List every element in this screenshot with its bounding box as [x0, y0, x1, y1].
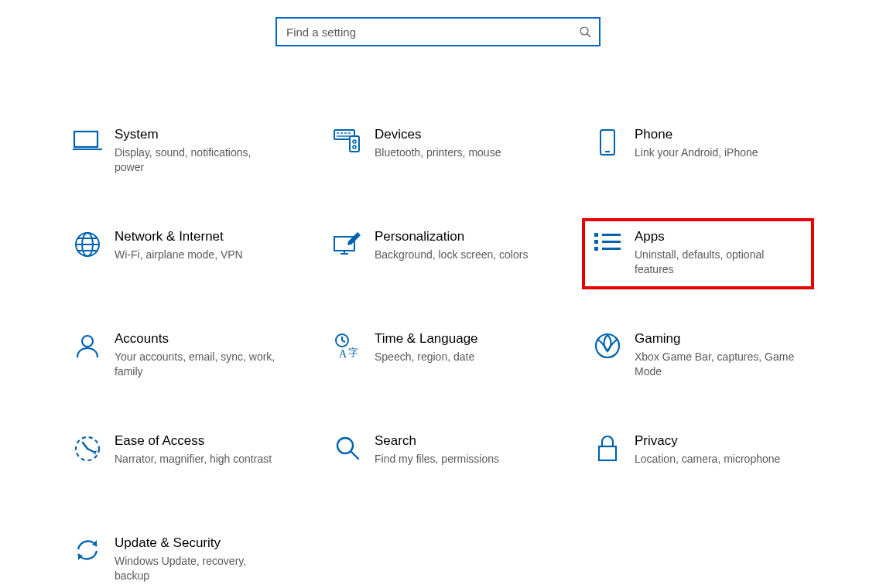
devices-icon: [328, 127, 367, 155]
svg-text:A: A: [339, 348, 347, 359]
tile-accounts[interactable]: Accounts Your accounts, email, sync, wor…: [62, 320, 294, 391]
tile-desc: Link your Android, iPhone: [635, 145, 803, 160]
tile-system[interactable]: System Display, sound, notifications, po…: [62, 116, 294, 187]
tile-text: Devices Bluetooth, printers, mouse: [367, 127, 543, 160]
tile-title: Privacy: [635, 433, 803, 449]
tile-desc: Wi-Fi, airplane mode, VPN: [115, 248, 283, 262]
tile-title: Accounts: [115, 331, 283, 347]
tile-title: Update & Security: [115, 535, 283, 551]
tile-title: System: [115, 127, 283, 142]
tile-apps[interactable]: Apps Uninstall, defaults, optional featu…: [582, 218, 814, 289]
tile-privacy[interactable]: Privacy Location, camera, microphone: [582, 422, 814, 494]
tile-text: Search Find my files, permissions: [367, 433, 543, 467]
personalization-icon: [328, 229, 367, 255]
search-category-icon: [328, 433, 367, 461]
search-box[interactable]: [275, 17, 601, 46]
tile-desc: Background, lock screen, colors: [375, 248, 543, 262]
svg-text:字: 字: [348, 347, 358, 358]
tile-title: Personalization: [375, 229, 543, 244]
tile-title: Network & Internet: [115, 229, 283, 244]
gaming-icon: [588, 331, 627, 359]
svg-rect-25: [594, 247, 598, 251]
tile-desc: Bluetooth, printers, mouse: [375, 145, 543, 160]
svg-line-39: [351, 452, 358, 459]
svg-line-1: [587, 34, 590, 37]
tile-desc: Windows Update, recovery, backup: [115, 554, 283, 583]
svg-rect-10: [350, 136, 359, 152]
svg-rect-23: [594, 233, 598, 237]
phone-icon: [588, 127, 627, 156]
tile-desc: Narrator, magnifier, high contrast: [115, 452, 283, 467]
svg-point-35: [596, 334, 619, 357]
tile-text: Ease of Access Narrator, magnifier, high…: [107, 433, 283, 467]
tile-desc: Speech, region, date: [375, 350, 543, 364]
svg-rect-2: [74, 132, 98, 147]
svg-point-0: [580, 27, 588, 35]
settings-home: System Display, sound, notifications, po…: [0, 0, 876, 588]
tile-desc: Uninstall, defaults, optional features: [635, 248, 803, 277]
update-icon: [68, 535, 107, 563]
svg-marker-37: [94, 450, 97, 455]
tile-text: Gaming Xbox Game Bar, captures, Game Mod…: [627, 331, 803, 379]
tile-text: Accounts Your accounts, email, sync, wor…: [107, 331, 283, 379]
apps-icon: [588, 229, 627, 254]
tile-phone[interactable]: Phone Link your Android, iPhone: [582, 116, 814, 187]
tile-devices[interactable]: Devices Bluetooth, printers, mouse: [322, 116, 554, 187]
tile-title: Apps: [635, 229, 803, 244]
tile-title: Ease of Access: [115, 433, 283, 449]
tile-desc: Display, sound, notifications, power: [115, 145, 283, 175]
tile-network[interactable]: Network & Internet Wi-Fi, airplane mode,…: [62, 218, 294, 289]
svg-line-32: [342, 340, 345, 342]
tile-update-security[interactable]: Update & Security Windows Update, recove…: [62, 525, 294, 588]
time-language-icon: A 字: [328, 331, 367, 359]
tile-desc: Your accounts, email, sync, work, family: [115, 350, 283, 379]
tile-text: System Display, sound, notifications, po…: [107, 127, 283, 175]
tile-gaming[interactable]: Gaming Xbox Game Bar, captures, Game Mod…: [582, 320, 814, 391]
tile-text: Phone Link your Android, iPhone: [627, 127, 803, 160]
svg-rect-24: [594, 240, 598, 244]
search-row: [0, 17, 876, 46]
lock-icon: [588, 433, 627, 463]
tile-title: Time & Language: [375, 331, 543, 347]
svg-point-38: [337, 438, 353, 453]
ease-of-access-icon: [68, 433, 107, 463]
tile-text: Update & Security Windows Update, recove…: [107, 535, 283, 583]
tile-search[interactable]: Search Find my files, permissions: [322, 422, 554, 494]
tile-desc: Find my files, permissions: [375, 452, 543, 467]
tile-text: Privacy Location, camera, microphone: [627, 433, 803, 467]
globe-icon: [68, 229, 107, 258]
tile-ease-of-access[interactable]: Ease of Access Narrator, magnifier, high…: [62, 422, 294, 494]
tile-text: Time & Language Speech, region, date: [367, 331, 543, 364]
person-icon: [68, 331, 107, 359]
search-icon: [579, 26, 591, 38]
tile-title: Gaming: [635, 331, 803, 347]
svg-rect-40: [599, 446, 616, 460]
system-icon: [68, 127, 107, 152]
tile-title: Search: [375, 433, 543, 449]
tile-text: Apps Uninstall, defaults, optional featu…: [627, 229, 803, 277]
tile-text: Network & Internet Wi-Fi, airplane mode,…: [107, 229, 283, 262]
tile-title: Devices: [375, 127, 543, 142]
tile-title: Phone: [635, 127, 803, 142]
svg-point-29: [82, 336, 93, 347]
search-input[interactable]: [285, 25, 579, 39]
settings-grid: System Display, sound, notifications, po…: [62, 116, 814, 588]
tile-personalization[interactable]: Personalization Background, lock screen,…: [322, 218, 554, 289]
tile-desc: Location, camera, microphone: [635, 452, 803, 467]
tile-desc: Xbox Game Bar, captures, Game Mode: [635, 350, 803, 379]
tile-text: Personalization Background, lock screen,…: [367, 229, 543, 262]
tile-time-language[interactable]: A 字 Time & Language Speech, region, date: [322, 320, 554, 391]
